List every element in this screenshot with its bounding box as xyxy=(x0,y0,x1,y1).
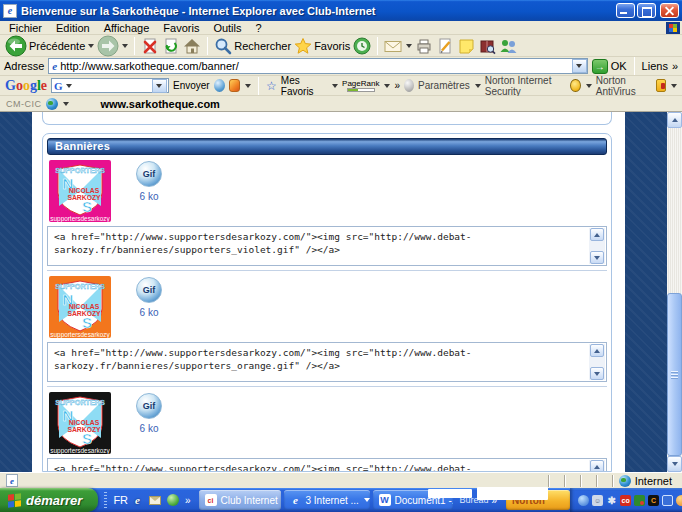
tray-icon-user[interactable]: ☺ xyxy=(592,495,603,506)
google-search-dropdown-button[interactable] xyxy=(152,79,167,93)
vertical-scrollbar[interactable] xyxy=(667,112,682,472)
go-button[interactable]: → OK xyxy=(592,59,627,74)
toolbar-grip[interactable] xyxy=(104,492,107,508)
scrollbar-thumb[interactable] xyxy=(667,293,682,456)
norton-antivirus-icon[interactable] xyxy=(656,79,667,92)
restore-button[interactable] xyxy=(637,3,656,18)
supporters-logo-violet[interactable]: SUPPORTERS N NICOLAS SARKOZY S supporter… xyxy=(49,160,111,222)
gif-format-icon[interactable]: Gif xyxy=(136,393,162,419)
google-send-button[interactable]: Envoyer xyxy=(173,80,210,91)
textarea-scrollbar[interactable] xyxy=(589,460,605,472)
tray-icon-c[interactable]: C xyxy=(648,495,659,506)
task-internet-group[interactable]: e 3 Internet ... xyxy=(284,490,370,510)
tray-icon-co[interactable]: co xyxy=(620,495,631,506)
embed-code-textarea-violet[interactable]: <a href="http://www.supportersdesarkozy.… xyxy=(47,226,607,266)
google-blocker-dropdown[interactable] xyxy=(245,84,251,88)
pagerank-dropdown[interactable] xyxy=(384,84,390,88)
textarea-scrollbar[interactable] xyxy=(589,228,605,264)
cmcic-dropdown[interactable] xyxy=(63,102,69,106)
menu-fichier[interactable]: Fichier xyxy=(2,22,49,34)
edit-button[interactable] xyxy=(436,37,454,55)
print-button[interactable] xyxy=(415,37,433,55)
minimize-button[interactable] xyxy=(616,3,635,18)
research-button[interactable] xyxy=(478,37,496,55)
pagerank-widget[interactable]: PageRank xyxy=(342,80,379,92)
menu-favoris[interactable]: Favoris xyxy=(156,22,206,34)
google-favorites-button[interactable]: Mes Favoris xyxy=(281,75,327,97)
scroll-up-icon[interactable] xyxy=(590,344,604,357)
history-icon xyxy=(353,37,371,55)
tray-icon-monitor[interactable] xyxy=(662,495,673,506)
norton-internet-security-label[interactable]: Norton Internet Security xyxy=(485,75,567,97)
supporters-logo-noir[interactable]: SUPPORTERS N NICOLAS SARKOZY S supporter… xyxy=(49,392,111,454)
scroll-down-icon[interactable] xyxy=(590,367,604,380)
google-blocker-icon[interactable] xyxy=(229,79,240,92)
supporters-logo-orange[interactable]: SUPPORTERS N NICOLAS SARKOZY S supporter… xyxy=(49,276,111,338)
gif-format-icon[interactable]: Gif xyxy=(136,277,162,303)
links-label[interactable]: Liens xyxy=(642,60,668,72)
settings-button[interactable]: Paramètres xyxy=(418,80,470,91)
google-search-input[interactable]: G xyxy=(51,78,169,93)
settings-icon[interactable] xyxy=(404,79,414,92)
address-input[interactable]: e http://www.sarkotheque.com/banner/ xyxy=(48,58,587,74)
embed-code-textarea-noir[interactable]: <a href="http://www.supportersdesarkozy.… xyxy=(47,458,607,472)
close-button[interactable] xyxy=(660,3,679,18)
search-button[interactable]: Rechercher xyxy=(214,37,291,55)
menu-edition[interactable]: Edition xyxy=(49,22,97,34)
messenger-icon xyxy=(499,37,518,55)
norton-security-dropdown[interactable] xyxy=(586,84,592,88)
norton-antivirus-dropdown[interactable] xyxy=(671,84,677,88)
quicklaunch-messenger-icon[interactable] xyxy=(167,494,179,506)
tray-icon-globe[interactable] xyxy=(676,495,682,506)
scroll-down-icon[interactable] xyxy=(590,251,604,264)
back-button[interactable]: Précédente xyxy=(5,35,94,57)
tray-icon-blue-orb[interactable] xyxy=(578,495,589,506)
google-web-icon[interactable] xyxy=(214,79,225,92)
settings-dropdown[interactable] xyxy=(475,84,481,88)
notes-button[interactable] xyxy=(457,37,475,55)
google-favorites-star-icon[interactable]: ☆ xyxy=(266,80,277,92)
refresh-icon xyxy=(162,37,180,55)
history-button[interactable] xyxy=(353,37,371,55)
refresh-button[interactable] xyxy=(162,37,180,55)
links-chevron-icon[interactable]: » xyxy=(672,60,678,72)
task-club-internet[interactable]: ci Club Internet xyxy=(199,490,281,510)
mail-button[interactable] xyxy=(384,37,412,55)
menu-outils[interactable]: Outils xyxy=(206,22,248,34)
cmcic-site-button[interactable]: www.sarkotheque.com xyxy=(101,98,220,110)
menu-aide[interactable]: ? xyxy=(249,22,269,34)
quicklaunch-ie-icon[interactable]: e xyxy=(135,494,140,506)
quicklaunch-chevron-icon[interactable]: » xyxy=(185,495,191,506)
home-button[interactable] xyxy=(183,37,201,55)
norton-antivirus-label[interactable]: Norton AntiVirus xyxy=(596,75,652,97)
norton-security-icon[interactable] xyxy=(570,79,581,92)
toolbar-separator xyxy=(258,77,259,95)
language-indicator[interactable]: FR xyxy=(113,494,128,506)
gif-format-icon[interactable]: Gif xyxy=(136,161,162,187)
google-search-mode-dropdown[interactable] xyxy=(66,84,72,88)
address-url[interactable]: http://www.sarkotheque.com/banner/ xyxy=(60,60,571,72)
messenger-button[interactable] xyxy=(499,37,518,55)
scroll-up-icon[interactable] xyxy=(590,228,604,241)
quicklaunch-mail-icon[interactable] xyxy=(149,496,161,505)
forward-dropdown-icon[interactable] xyxy=(122,44,128,48)
mail-dropdown-icon[interactable] xyxy=(406,44,412,48)
textarea-scrollbar[interactable] xyxy=(589,344,605,380)
favorites-button[interactable]: Favoris xyxy=(294,37,350,55)
cmcic-globe-icon[interactable] xyxy=(46,98,58,110)
address-dropdown-button[interactable] xyxy=(572,59,587,73)
tray-icon-asterisk[interactable]: ✱ xyxy=(606,495,617,506)
scrollbar-down-button[interactable] xyxy=(667,456,682,472)
menu-affichage[interactable]: Affichage xyxy=(97,22,157,34)
tray-icon-green-monitor[interactable] xyxy=(634,495,645,506)
google-more-chevron[interactable]: » xyxy=(394,80,400,91)
start-button[interactable]: démarrer xyxy=(0,488,98,512)
back-dropdown-icon[interactable] xyxy=(88,44,94,48)
forward-button[interactable] xyxy=(97,35,128,57)
scroll-up-icon[interactable] xyxy=(590,460,604,472)
task-group-dropdown-icon[interactable] xyxy=(364,498,370,502)
stop-button[interactable] xyxy=(141,37,159,55)
embed-code-textarea-orange[interactable]: <a href="http://www.supportersdesarkozy.… xyxy=(47,342,607,382)
google-favorites-dropdown[interactable] xyxy=(332,84,338,88)
scrollbar-up-button[interactable] xyxy=(667,112,682,128)
